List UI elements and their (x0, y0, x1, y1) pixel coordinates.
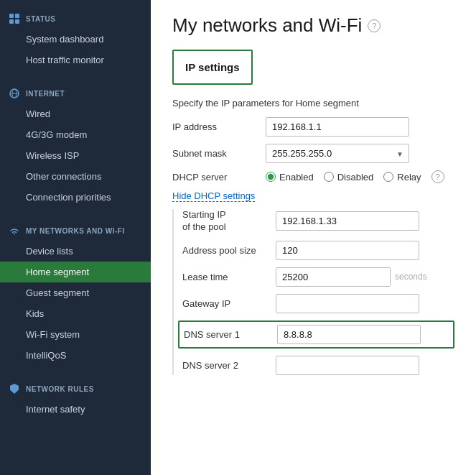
lease-time-label: Lease time (182, 272, 269, 282)
dhcp-relay-label: Relay (397, 172, 421, 183)
sidebar-item-device-lists[interactable]: Device lists (0, 241, 151, 262)
dhcp-radio-group: Enabled Disabled Relay ? (266, 170, 444, 183)
subnet-mask-select[interactable]: 255.255.255.0 255.255.0.0 255.0.0.0 (266, 144, 409, 163)
address-pool-label: Address pool size (182, 245, 269, 256)
dns-server1-row: DNS server 1 (178, 320, 454, 349)
dns-server2-input[interactable] (276, 356, 419, 375)
sidebar-section-status: Status System dashboard Host traffic mon… (0, 0, 151, 75)
sidebar-item-other-connections[interactable]: Other connections (0, 166, 151, 187)
status-section-header: Status (0, 10, 151, 29)
sidebar-section-internet: Internet Wired 4G/3G modem Wireless ISP … (0, 75, 151, 212)
gateway-ip-input[interactable] (276, 294, 419, 313)
sidebar-item-guest-segment[interactable]: Guest segment (0, 282, 151, 303)
starting-ip-label: Starting IPof the pool (182, 209, 269, 234)
dhcp-server-label: DHCP server (172, 172, 258, 183)
lease-time-group: seconds (276, 267, 427, 287)
address-pool-input[interactable] (276, 241, 419, 260)
gateway-ip-label: Gateway IP (182, 298, 269, 309)
grid-icon (9, 13, 20, 24)
my-networks-section-header: My Networks and Wi-Fi (0, 222, 151, 241)
ip-address-row: IP address (172, 117, 454, 137)
subnet-mask-row: Subnet mask 255.255.255.0 255.255.0.0 25… (172, 144, 454, 163)
dns-server1-label: DNS server 1 (184, 329, 270, 340)
main-content: My networks and Wi-Fi ? IP settings Spec… (151, 0, 476, 475)
subnet-mask-wrapper: 255.255.255.0 255.255.0.0 255.0.0.0 ▼ (266, 144, 409, 163)
dns-server1-input[interactable] (277, 325, 421, 344)
dhcp-enabled-option[interactable]: Enabled (266, 172, 314, 183)
ip-settings-card: IP settings (172, 50, 253, 85)
dhcp-enabled-label: Enabled (279, 172, 314, 183)
lease-time-row: Lease time seconds (182, 267, 454, 287)
sidebar-item-kids[interactable]: Kids (0, 303, 151, 324)
sidebar-item-wired[interactable]: Wired (0, 103, 151, 124)
sidebar-section-network-rules: Network Rules Internet safety (0, 370, 151, 424)
dns-server2-label: DNS server 2 (182, 360, 269, 371)
dhcp-server-row: DHCP server Enabled Disabled Relay ? (172, 170, 454, 183)
sidebar-item-wireless-isp[interactable]: Wireless ISP (0, 145, 151, 166)
starting-ip-input[interactable] (276, 211, 419, 231)
sidebar-item-system-dashboard[interactable]: System dashboard (0, 29, 151, 50)
dhcp-disabled-option[interactable]: Disabled (324, 172, 374, 183)
hide-dhcp-link[interactable]: Hide DHCP settings (172, 190, 255, 202)
page-help-icon[interactable]: ? (368, 19, 381, 32)
shield-icon (9, 383, 20, 395)
ip-settings-title: IP settings (185, 61, 240, 73)
globe-icon (9, 88, 20, 99)
sidebar-item-connection-priorities[interactable]: Connection priorities (0, 187, 151, 208)
wifi-icon (9, 225, 20, 236)
ip-address-label: IP address (172, 121, 258, 132)
sidebar-item-internet-safety[interactable]: Internet safety (0, 399, 151, 420)
sidebar: Status System dashboard Host traffic mon… (0, 0, 151, 475)
sidebar-item-home-segment[interactable]: Home segment (0, 262, 151, 282)
subnet-mask-label: Subnet mask (172, 148, 258, 159)
ip-address-input[interactable] (266, 117, 409, 137)
dns-server2-row: DNS server 2 (182, 356, 454, 375)
network-rules-section-header: Network Rules (0, 380, 151, 399)
dhcp-disabled-label: Disabled (337, 172, 374, 183)
address-pool-row: Address pool size (182, 241, 454, 260)
dhcp-help-icon[interactable]: ? (431, 170, 444, 183)
page-title: My networks and Wi-Fi (172, 14, 362, 37)
starting-ip-row: Starting IPof the pool (182, 209, 454, 234)
sidebar-section-my-networks: My Networks and Wi-Fi Device lists Home … (0, 212, 151, 370)
sidebar-item-4g3g-modem[interactable]: 4G/3G modem (0, 124, 151, 145)
dhcp-relay-option[interactable]: Relay (383, 172, 421, 183)
internet-section-header: Internet (0, 85, 151, 103)
section-description: Specify the IP parameters for Home segme… (172, 98, 454, 109)
sidebar-item-intelliqos[interactable]: IntelliQoS (0, 345, 151, 366)
page-title-row: My networks and Wi-Fi ? (172, 14, 454, 37)
gateway-ip-row: Gateway IP (182, 294, 454, 313)
lease-time-suffix: seconds (395, 272, 427, 282)
dhcp-expanded-section: Starting IPof the pool Address pool size… (172, 209, 454, 375)
sidebar-item-host-traffic-monitor[interactable]: Host traffic monitor (0, 50, 151, 70)
lease-time-input[interactable] (276, 267, 391, 287)
sidebar-item-wifi-system[interactable]: Wi-Fi system (0, 324, 151, 345)
